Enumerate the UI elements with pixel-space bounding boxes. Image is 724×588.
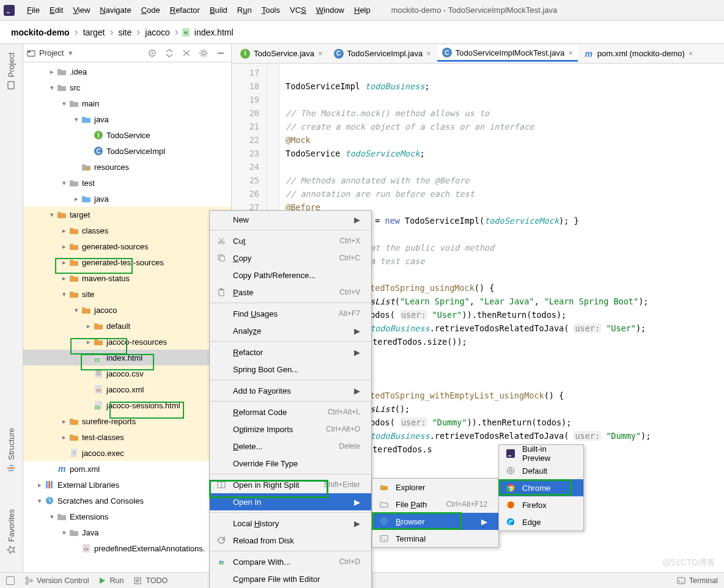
menu-tools[interactable]: Tools bbox=[257, 3, 285, 17]
tree-item-jacoco-sessions-html[interactable]: Hjacoco-sessions.html bbox=[23, 397, 231, 413]
tool-tab-project[interactable]: Project bbox=[6, 46, 17, 95]
submenu-open-in[interactable]: ExplorerFile PathCtrl+Alt+F12Browser▶Ter… bbox=[372, 478, 499, 548]
breadcrumb-target[interactable]: target bbox=[81, 28, 108, 37]
menu-item-new[interactable]: New▶ bbox=[210, 211, 371, 228]
tree-item-src[interactable]: ▾src bbox=[23, 79, 231, 95]
menu-code[interactable]: Code bbox=[136, 3, 165, 17]
tree-item-default[interactable]: ▸default bbox=[23, 318, 231, 334]
expand-all-icon[interactable] bbox=[163, 46, 176, 60]
tool-tab-favorites[interactable]: Favorites bbox=[6, 503, 17, 560]
close-tab-icon[interactable]: × bbox=[318, 49, 323, 58]
menu-item-file-path[interactable]: File PathCtrl+Alt+F12 bbox=[372, 496, 498, 513]
tool-windows-button-icon[interactable] bbox=[6, 576, 15, 585]
menu-item-explorer[interactable]: Explorer bbox=[372, 479, 498, 496]
editor-tab-todoserviceimpl-java[interactable]: CTodoServiceImpl.java× bbox=[329, 46, 436, 61]
menu-item-reformat-code[interactable]: Reformat CodeCtrl+Alt+L bbox=[210, 403, 371, 421]
tree-item-index-html[interactable]: Hindex.html bbox=[23, 350, 231, 366]
status-todo[interactable]: TODO bbox=[133, 576, 168, 585]
menu-item-copy-path-reference---[interactable]: Copy Path/Reference... bbox=[210, 266, 371, 284]
status-terminal[interactable]: Terminal bbox=[677, 576, 718, 585]
tree-item-external-libraries[interactable]: ▸External Libraries bbox=[23, 477, 231, 493]
menu-item-delete---[interactable]: Delete...Delete bbox=[210, 438, 371, 455]
menu-item-local-history[interactable]: Local History▶ bbox=[210, 515, 371, 532]
breadcrumb-jacoco[interactable]: jacoco bbox=[142, 28, 172, 37]
tree-item-jacoco-exec[interactable]: ?jacoco.exec bbox=[23, 445, 231, 461]
tree-item-generated-sources[interactable]: ▸generated-sources bbox=[23, 238, 231, 254]
menu-item-chrome[interactable]: Chrome bbox=[499, 479, 583, 496]
tool-tab-structure[interactable]: Structure bbox=[6, 422, 17, 479]
menu-item-add-to-favorites[interactable]: Add to Favorites▶ bbox=[210, 382, 371, 399]
tree-item-generated-test-sources[interactable]: ▸generated-test-sources bbox=[23, 254, 231, 270]
tree-item-test-classes[interactable]: ▸test-classes bbox=[23, 429, 231, 445]
editor-tab-todoservice-java[interactable]: ITodoService.java× bbox=[235, 46, 328, 61]
menu-item-default[interactable]: Default bbox=[499, 462, 583, 479]
tree-item-site[interactable]: ▾site bbox=[23, 286, 231, 302]
tree-item-java[interactable]: ▾java bbox=[23, 111, 231, 127]
menu-edit[interactable]: Edit bbox=[45, 3, 68, 17]
tree-item-test[interactable]: ▾test bbox=[23, 175, 231, 191]
menu-item-built-in-preview[interactable]: Built-in Preview bbox=[499, 445, 583, 462]
tree-item-scratches-and-consoles[interactable]: ▾Scratches and Consoles bbox=[23, 493, 231, 509]
close-tab-icon[interactable]: × bbox=[426, 49, 431, 58]
menu-item-open-in[interactable]: Open In▶ bbox=[210, 493, 371, 510]
menu-item-refactor[interactable]: Refactor▶ bbox=[210, 344, 371, 361]
close-tab-icon[interactable]: × bbox=[689, 49, 693, 58]
menu-item-find-usages[interactable]: Find UsagesAlt+F7 bbox=[210, 305, 371, 322]
select-opened-file-icon[interactable] bbox=[146, 46, 159, 60]
menu-item-override-file-type[interactable]: Override File Type bbox=[210, 455, 371, 472]
menu-window[interactable]: Window bbox=[311, 3, 349, 17]
menu-build[interactable]: Build bbox=[205, 3, 232, 17]
menu-run[interactable]: Run bbox=[232, 3, 257, 17]
tree-item--idea[interactable]: ▸.idea bbox=[23, 64, 231, 79]
menu-item-optimize-imports[interactable]: Optimize ImportsCtrl+Alt+O bbox=[210, 421, 371, 438]
menu-item-compare-file-with-editor[interactable]: Compare File with Editor bbox=[210, 570, 371, 587]
context-menu[interactable]: New▶CutCtrl+XCopyCtrl+CCopy Path/Referen… bbox=[209, 210, 372, 588]
tree-item-maven-status[interactable]: ▸maven-status bbox=[23, 270, 231, 286]
settings-icon[interactable] bbox=[197, 46, 210, 60]
tree-item-jacoco-xml[interactable]: <>jacoco.xml bbox=[23, 381, 231, 397]
menu-refactor[interactable]: Refactor bbox=[165, 3, 205, 17]
tree-item-java[interactable]: ▾Java bbox=[23, 524, 231, 540]
menu-item-analyze[interactable]: Analyze▶ bbox=[210, 322, 371, 339]
tree-item-todoservice[interactable]: ITodoService bbox=[23, 127, 231, 143]
tree-item-resources[interactable]: resources bbox=[23, 159, 231, 175]
submenu-browser[interactable]: Built-in PreviewDefaultChromeFirefoxEdge bbox=[498, 444, 584, 531]
menu-item-paste[interactable]: PasteCtrl+V bbox=[210, 284, 371, 301]
menu-item-copy[interactable]: CopyCtrl+C bbox=[210, 249, 371, 266]
menu-item-browser[interactable]: Browser▶ bbox=[372, 513, 498, 530]
hide-icon[interactable] bbox=[214, 46, 227, 60]
menu-item-spring-boot-gen---[interactable]: Spring Boot Gen... bbox=[210, 361, 371, 378]
menu-vcs[interactable]: VCS bbox=[285, 3, 311, 17]
menu-item-open-in-right-split[interactable]: Open in Right SplitShift+Enter bbox=[210, 476, 371, 493]
tree-item-extensions[interactable]: ▾Extensions bbox=[23, 509, 231, 524]
breadcrumb-mockito-demo[interactable]: mockito-demo bbox=[9, 28, 72, 37]
editor-tab-pom-xml--mockito-demo-[interactable]: mpom.xml (mockito-demo)× bbox=[579, 46, 698, 61]
menu-navigate[interactable]: Navigate bbox=[95, 3, 136, 17]
collapse-all-icon[interactable] bbox=[180, 46, 193, 60]
tree-item-surefire-reports[interactable]: ▸surefire-reports bbox=[23, 413, 231, 429]
tree-item-jacoco-csv[interactable]: jacoco.csv bbox=[23, 366, 231, 381]
tree-item-pom-xml[interactable]: mpom.xml bbox=[23, 461, 231, 477]
status-run[interactable]: Run bbox=[98, 576, 124, 585]
menu-view[interactable]: View bbox=[68, 3, 95, 17]
menu-item-reload-from-disk[interactable]: Reload from Disk bbox=[210, 532, 371, 549]
menu-file[interactable]: File bbox=[22, 3, 45, 17]
tree-item-java[interactable]: ▸java bbox=[23, 191, 231, 207]
tree-item-todoserviceimpl[interactable]: CTodoServiceImpl bbox=[23, 143, 231, 159]
editor-tab-todoserviceimplmocktest-java[interactable]: CTodoServiceImplMockTest.java× bbox=[437, 45, 578, 62]
status-version-control[interactable]: Version Control bbox=[24, 576, 89, 585]
tree-item-jacoco-resources[interactable]: ▸jacoco-resources bbox=[23, 334, 231, 350]
close-tab-icon[interactable]: × bbox=[568, 48, 573, 57]
tree-item-jacoco[interactable]: ▾jacoco bbox=[23, 302, 231, 318]
breadcrumb-index.html[interactable]: index.html bbox=[192, 28, 236, 37]
menu-item-compare-with---[interactable]: Compare With...Ctrl+D bbox=[210, 553, 371, 570]
menu-help[interactable]: Help bbox=[349, 3, 375, 17]
breadcrumb-site[interactable]: site bbox=[116, 28, 135, 37]
tree-item-classes[interactable]: ▸classes bbox=[23, 222, 231, 238]
menu-item-cut[interactable]: CutCtrl+X bbox=[210, 232, 371, 249]
menu-item-edge[interactable]: Edge bbox=[499, 513, 583, 531]
menu-item-firefox[interactable]: Firefox bbox=[499, 496, 583, 513]
tree-item-target[interactable]: ▾target bbox=[23, 207, 231, 222]
tree-item-predefinedexternalannotations-[interactable]: <>predefinedExternalAnnotations. bbox=[23, 540, 231, 556]
tree-item-main[interactable]: ▾main bbox=[23, 95, 231, 111]
